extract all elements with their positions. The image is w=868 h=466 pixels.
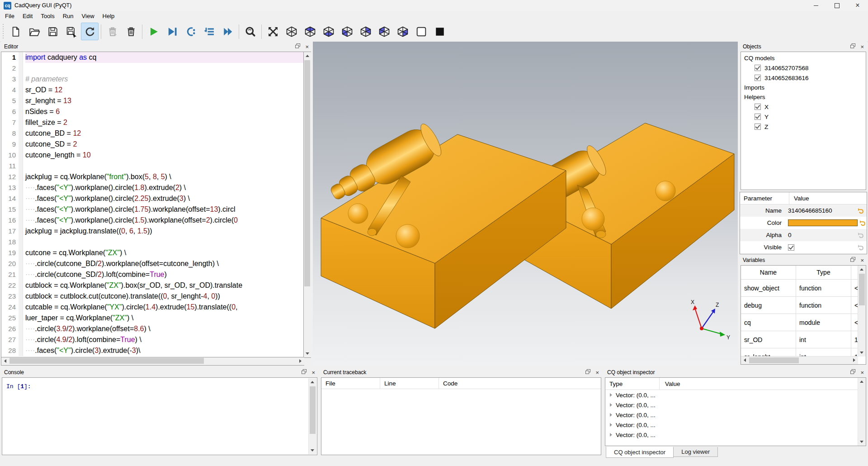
tree-group-imports[interactable]: Imports xyxy=(741,83,866,92)
screenshot-button[interactable] xyxy=(241,23,259,40)
code-line[interactable]: 5sr_lenght = 13 xyxy=(1,95,304,106)
view-bottom-button[interactable] xyxy=(320,23,337,40)
visible-checkbox[interactable] xyxy=(788,244,794,251)
variable-row-debug[interactable]: debugfunction<f xyxy=(741,297,858,314)
code-line[interactable]: 3# parameters xyxy=(1,74,304,85)
fit-view-button[interactable] xyxy=(264,23,282,40)
code-editor[interactable]: 1import cadquery as cq23# parameters4sr_… xyxy=(1,52,304,358)
parameter-row-alpha[interactable]: Alpha0 xyxy=(740,229,867,241)
main-bottom-splitter[interactable] xyxy=(0,366,868,367)
view-left-button[interactable] xyxy=(375,23,393,40)
tree-item-3140652707568[interactable]: 3140652707568 xyxy=(741,63,866,73)
tree-group-helpers[interactable]: Helpers xyxy=(741,92,866,102)
clear-console-button[interactable] xyxy=(104,23,121,40)
console-vertical-scrollbar[interactable] xyxy=(308,378,316,454)
menu-run[interactable]: Run xyxy=(59,12,78,20)
parameter-row-visible[interactable]: Visible xyxy=(740,241,867,253)
expand-chevron-icon[interactable] xyxy=(610,423,612,427)
reload-script-button[interactable] xyxy=(81,23,99,40)
maximize-button[interactable] xyxy=(826,0,847,11)
console-float-button[interactable] xyxy=(302,369,307,376)
expand-chevron-icon[interactable] xyxy=(610,403,612,407)
variables-close-button[interactable]: × xyxy=(860,257,864,263)
visibility-checkbox[interactable] xyxy=(755,114,761,120)
objects-float-button[interactable] xyxy=(850,43,855,50)
inspector-row[interactable]: Vector: (0.0, ... xyxy=(605,430,866,440)
color-swatch[interactable] xyxy=(788,219,858,226)
reset-visible-button[interactable] xyxy=(854,244,867,251)
save-script-button[interactable] xyxy=(44,23,61,40)
menu-file[interactable]: File xyxy=(1,12,19,20)
code-line[interactable]: 24cutcable = cq.Workplane("YX").circle(1… xyxy=(1,302,304,313)
visibility-checkbox[interactable] xyxy=(755,124,761,130)
console-input-area[interactable]: In [1]: xyxy=(2,377,317,455)
delete-objects-button[interactable] xyxy=(122,23,140,40)
variable-row-show_object[interactable]: show_objectfunction<f xyxy=(741,280,858,297)
tree-item-z[interactable]: Z xyxy=(741,122,866,132)
render-button[interactable] xyxy=(145,23,162,40)
code-line[interactable]: 16····.faces("<Y").workplane().circle(1.… xyxy=(1,215,304,226)
save-script-as-button[interactable] xyxy=(62,23,80,40)
code-line[interactable]: 2 xyxy=(1,63,304,74)
visibility-checkbox[interactable] xyxy=(755,75,761,81)
code-line[interactable]: 14····.faces("<Y").workplane().circle(2.… xyxy=(1,193,304,204)
tab-cq-object-inspector[interactable]: CQ object inspector xyxy=(606,447,674,458)
code-line[interactable]: 27····.circle(4.9/2).loft(combine=True) … xyxy=(1,334,304,345)
expand-chevron-icon[interactable] xyxy=(610,413,612,417)
code-line[interactable]: 19cutcone = cq.Workplane("ZX") \ xyxy=(1,247,304,258)
reset-color-button[interactable] xyxy=(858,219,867,226)
debug-run-button[interactable] xyxy=(163,23,181,40)
code-line[interactable]: 22cutblock = cq.Workplane("ZX").box(sr_O… xyxy=(1,280,304,291)
tree-item-y[interactable]: Y xyxy=(741,112,866,122)
code-line[interactable]: 12jackplug = cq.Workplane("front").box(5… xyxy=(1,171,304,182)
visibility-checkbox[interactable] xyxy=(755,104,761,110)
view-right-button[interactable] xyxy=(394,23,411,40)
viewport-3d[interactable]: X Z Y xyxy=(313,42,739,366)
debug-step-button[interactable] xyxy=(182,23,199,40)
editor-float-button[interactable] xyxy=(295,43,300,50)
variables-float-button[interactable] xyxy=(850,257,855,263)
tree-group-cq-models[interactable]: CQ models xyxy=(741,53,866,63)
view-back-button[interactable] xyxy=(357,23,374,40)
parameter-row-color[interactable]: Color xyxy=(740,217,867,229)
variable-row-sr_lenght[interactable]: sr_lenghtint13 xyxy=(741,348,858,357)
code-line[interactable]: 8cutcone_BD = 12 xyxy=(1,128,304,139)
view-front-button[interactable] xyxy=(338,23,356,40)
parameter-value[interactable]: 3140646685160 xyxy=(788,207,854,214)
code-line[interactable]: 10cutcone_length = 10 xyxy=(1,150,304,161)
open-script-button[interactable] xyxy=(25,23,43,40)
editor-horizontal-scrollbar[interactable] xyxy=(1,357,304,366)
inspector-row[interactable]: Vector: (0.0, ... xyxy=(605,390,866,400)
code-line[interactable]: 28····.faces("<Y").circle(3).extrude(-3)… xyxy=(1,345,304,356)
code-line[interactable]: 11 xyxy=(1,161,304,171)
parameter-value[interactable]: 0 xyxy=(788,232,854,238)
parameter-row-name[interactable]: Name3140646685160 xyxy=(740,204,867,217)
expand-chevron-icon[interactable] xyxy=(610,393,612,397)
editor-viewport-splitter[interactable] xyxy=(311,42,313,366)
menu-help[interactable]: Help xyxy=(99,12,119,20)
close-button[interactable]: × xyxy=(847,0,868,11)
code-line[interactable]: 4sr_OD = 12 xyxy=(1,85,304,95)
code-line[interactable]: 23cutblock = cutblock.cut(cutcone).trans… xyxy=(1,291,304,302)
view-iso-button[interactable] xyxy=(283,23,300,40)
code-line[interactable]: 1import cadquery as cq xyxy=(1,52,304,63)
code-line[interactable]: 18 xyxy=(1,237,304,247)
toolbar-grip[interactable] xyxy=(2,24,5,39)
toggle-orthographic-button[interactable] xyxy=(412,23,430,40)
code-line[interactable]: 15····.faces("<Y").workplane().circle(1.… xyxy=(1,204,304,215)
new-script-button[interactable] xyxy=(7,23,24,40)
variable-row-cq[interactable]: cqmodule<m xyxy=(741,314,858,331)
variables-vertical-scrollbar[interactable] xyxy=(858,266,866,357)
expand-chevron-icon[interactable] xyxy=(610,433,612,437)
tree-item-3140652683616[interactable]: 3140652683616 xyxy=(741,73,866,83)
traceback-close-button[interactable]: × xyxy=(595,370,599,376)
code-line[interactable]: 13····.faces("<Y").workplane().circle(1.… xyxy=(1,182,304,193)
menu-edit[interactable]: Edit xyxy=(19,12,37,20)
inspector-row[interactable]: Vector: (0.0, ... xyxy=(605,420,866,430)
reset-name-button[interactable] xyxy=(854,207,867,214)
toggle-black-square-button[interactable] xyxy=(431,23,448,40)
traceback-float-button[interactable] xyxy=(585,369,590,376)
console-close-button[interactable]: × xyxy=(311,370,315,376)
menu-view[interactable]: View xyxy=(78,12,99,20)
reset-alpha-button[interactable] xyxy=(854,232,867,238)
